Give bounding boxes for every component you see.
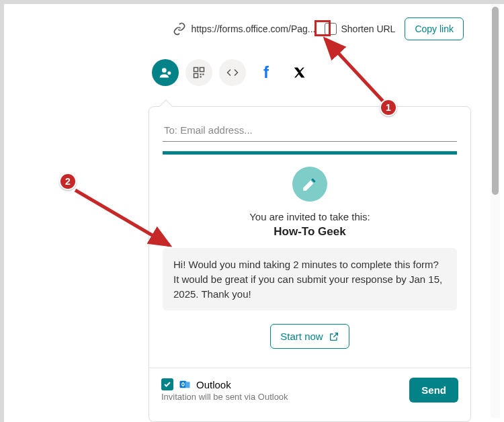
tab-qrcode[interactable] bbox=[185, 59, 212, 86]
svg-rect-4 bbox=[194, 74, 198, 78]
facebook-icon: f bbox=[263, 63, 269, 82]
svg-point-1 bbox=[167, 71, 171, 75]
tab-embed[interactable] bbox=[219, 59, 246, 86]
url-text: https://forms.office.com/Pag... bbox=[192, 24, 316, 34]
copy-link-button[interactable]: Copy link bbox=[405, 17, 464, 40]
svg-rect-5 bbox=[200, 74, 202, 75]
form-title: How-To Geek bbox=[163, 225, 457, 239]
annotation-marker-1: 1 bbox=[380, 99, 397, 116]
share-tabs: f bbox=[152, 59, 491, 86]
tab-invite[interactable] bbox=[152, 59, 179, 86]
open-external-icon bbox=[329, 331, 339, 342]
outlook-label: Outlook bbox=[196, 379, 231, 390]
tab-facebook[interactable]: f bbox=[253, 59, 280, 86]
code-icon bbox=[226, 67, 239, 79]
svg-rect-7 bbox=[200, 76, 202, 77]
svg-point-10 bbox=[182, 384, 183, 386]
annotation-marker-2: 2 bbox=[59, 173, 77, 190]
shorten-label: Shorten URL bbox=[341, 24, 395, 34]
tab-x[interactable] bbox=[286, 59, 313, 86]
invite-message[interactable]: Hi! Would you mind taking 2 minutes to c… bbox=[163, 248, 457, 310]
outlook-icon bbox=[179, 378, 191, 390]
invite-text: You are invited to take this: bbox=[163, 211, 457, 222]
svg-rect-3 bbox=[200, 68, 204, 72]
qrcode-icon bbox=[193, 67, 205, 79]
compose-icon bbox=[292, 167, 327, 202]
url-row: https://forms.office.com/Pag... Shorten … bbox=[4, 17, 477, 40]
svg-rect-2 bbox=[194, 68, 198, 72]
svg-rect-6 bbox=[202, 74, 204, 75]
link-icon bbox=[173, 22, 186, 36]
shorten-url-option[interactable]: Shorten URL bbox=[325, 23, 395, 35]
svg-point-0 bbox=[162, 68, 167, 73]
card-footer: Outlook Invitation will be sent via Outl… bbox=[149, 368, 470, 412]
outlook-checkbox[interactable] bbox=[161, 378, 173, 390]
svg-rect-11 bbox=[185, 382, 190, 388]
footer-subtext: Invitation will be sent via Outlook bbox=[161, 392, 288, 402]
x-icon bbox=[294, 67, 306, 79]
scrollbar-thumb[interactable] bbox=[492, 7, 499, 195]
accent-bar bbox=[163, 151, 457, 155]
email-invite-card: You are invited to take this: How-To Gee… bbox=[149, 106, 471, 422]
start-now-button[interactable]: Start now bbox=[270, 324, 349, 349]
people-icon bbox=[159, 66, 172, 79]
url-display: https://forms.office.com/Pag... bbox=[173, 22, 316, 36]
shorten-checkbox[interactable] bbox=[325, 23, 337, 35]
send-button[interactable]: Send bbox=[409, 378, 458, 403]
email-to-input[interactable] bbox=[163, 119, 457, 142]
start-label: Start now bbox=[280, 331, 323, 342]
